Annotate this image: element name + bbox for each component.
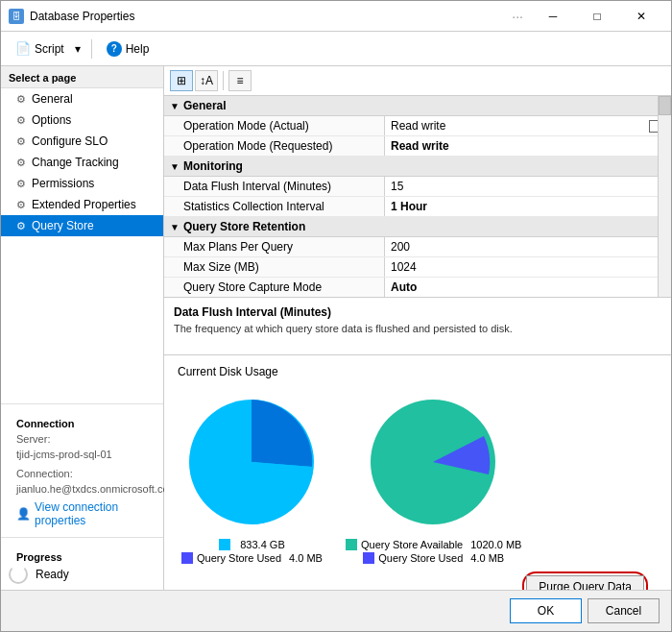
ok-button[interactable]: OK — [510, 598, 582, 623]
sidebar-item-query-store[interactable]: ⚙ Query Store — [1, 215, 163, 236]
disk-usage-section: Current Disk Usage — [164, 355, 671, 590]
prop-value-max-size: 1024 — [385, 257, 671, 277]
connection-header: Connection — [9, 410, 156, 431]
pie-chart-1 — [178, 388, 326, 537]
server-value: tjid-jcms-prod-sql-01 — [9, 447, 156, 462]
general-icon: ⚙ — [16, 93, 26, 106]
prop-name-capture-mode: Query Store Capture Mode — [164, 278, 385, 297]
prop-value-capture-mode: Auto — [385, 278, 671, 297]
sidebar-item-label-general: General — [32, 92, 73, 106]
category-view-button[interactable]: ⊞ — [170, 70, 193, 91]
table-row: Max Plans Per Query 200 — [164, 237, 671, 257]
description-box: Data Flush Interval (Minutes) The freque… — [164, 298, 671, 355]
category-icon: ⊞ — [177, 74, 186, 87]
chart2-legend-used: Query Store Used 4.0 MB — [363, 552, 504, 564]
sidebar-item-label-change-tracking: Change Tracking — [32, 156, 119, 169]
chart1-used-value: 4.0 MB — [289, 552, 323, 564]
connection-link-icon: 👤 — [16, 507, 31, 521]
window-title: Database Properties — [30, 10, 512, 23]
cancel-button[interactable]: Cancel — [588, 598, 660, 623]
sidebar-item-label-extended-properties: Extended Properties — [32, 198, 136, 211]
progress-section: Progress Ready — [1, 537, 163, 590]
prop-value-operation-actual: Read write — [385, 116, 671, 135]
main-toolbar: 📄 Script ▾ ? Help — [1, 32, 671, 66]
monitoring-section-label: Monitoring — [183, 159, 243, 173]
chart2-available-label: Query Store Available — [361, 539, 463, 550]
sidebar-item-permissions[interactable]: ⚙ Permissions — [1, 173, 163, 194]
extended-props-icon: ⚙ — [16, 199, 26, 211]
prop-value-flush-interval: 15 — [385, 177, 671, 196]
sort-icon: ↕A — [200, 74, 213, 87]
sidebar: Select a page ⚙ General ⚙ Options ⚙ Conf… — [1, 66, 164, 590]
help-button[interactable]: ? Help — [98, 36, 158, 61]
retention-section-header[interactable]: ▼ Query Store Retention — [164, 217, 671, 237]
prop-toolbar-sep — [223, 71, 224, 90]
purge-query-data-button[interactable]: Purge Query Data — [526, 575, 644, 590]
chart2-used-value: 4.0 MB — [470, 552, 504, 564]
general-section-header[interactable]: ▼ General — [164, 96, 671, 116]
configure-slo-icon: ⚙ — [16, 135, 26, 148]
sidebar-item-label-query-store: Query Store — [32, 219, 94, 232]
chart1-used-color — [181, 552, 193, 564]
options-icon: ⚙ — [16, 114, 26, 127]
right-panel: ⊞ ↕A ≡ ▼ General Operation Mode (Actua — [164, 66, 671, 590]
script-arrow-button[interactable]: ▾ — [71, 37, 85, 61]
prop-value-operation-requested: Read write — [385, 136, 671, 156]
main-content: Select a page ⚙ General ⚙ Options ⚙ Conf… — [1, 66, 671, 590]
disk-usage-title: Current Disk Usage — [178, 365, 658, 378]
scroll-thumb[interactable] — [659, 96, 671, 115]
prop-value-stats-interval: 1 Hour — [385, 197, 671, 216]
prop-name-stats-interval: Statistics Collection Interval — [164, 197, 385, 216]
prop-name-operation-actual: Operation Mode (Actual) — [164, 116, 385, 135]
general-collapse-icon: ▼ — [170, 101, 180, 111]
monitoring-section-header[interactable]: ▼ Monitoring — [164, 157, 671, 177]
script-dropdown: 📄 Script ▾ — [9, 36, 85, 61]
purge-btn-highlight: Purge Query Data — [522, 571, 648, 590]
sidebar-item-configure-slo[interactable]: ⚙ Configure SLO — [1, 131, 163, 152]
list-view-button[interactable]: ≡ — [228, 70, 252, 91]
help-label: Help — [126, 42, 150, 56]
chart1: 833.4 GB Query Store Used 4.0 MB — [178, 388, 326, 564]
table-row: Operation Mode (Actual) Read write — [164, 116, 671, 136]
app-icon: 🗄 — [9, 9, 24, 24]
prop-name-flush-interval: Data Flush Interval (Minutes) — [164, 177, 385, 196]
description-title: Data Flush Interval (Minutes) — [174, 305, 661, 319]
close-button[interactable]: ✕ — [619, 1, 663, 32]
sidebar-item-extended-properties[interactable]: ⚙ Extended Properties — [1, 194, 163, 215]
table-row: Max Size (MB) 1024 — [164, 257, 671, 278]
chart2-available-color — [346, 539, 357, 550]
sidebar-item-general[interactable]: ⚙ General — [1, 88, 163, 109]
chart1-size: 833.4 GB — [240, 539, 284, 550]
connection-value: jianluo.he@txdcs.onmicrosoft.com — [9, 481, 156, 497]
sort-button[interactable]: ↕A — [195, 70, 218, 91]
connection-label: Connection: — [9, 466, 156, 481]
charts-container: 833.4 GB Query Store Used 4.0 MB — [178, 388, 658, 564]
view-connection-properties-link[interactable]: 👤 View connection properties — [9, 497, 156, 531]
chart2-used-color — [363, 552, 374, 564]
purge-btn-area: Purge Query Data — [178, 571, 658, 590]
maximize-button[interactable]: □ — [575, 1, 619, 32]
sidebar-item-options[interactable]: ⚙ Options — [1, 109, 163, 131]
sidebar-item-label-configure-slo: Configure SLO — [32, 134, 108, 148]
general-section-label: General — [183, 99, 227, 112]
chart2-available-value: 1020.0 MB — [470, 539, 521, 550]
server-label: Server: — [9, 431, 156, 447]
chart1-legend-available: 833.4 GB — [219, 539, 284, 550]
view-properties-label: View connection properties — [35, 500, 148, 527]
sidebar-item-change-tracking[interactable]: ⚙ Change Tracking — [1, 152, 163, 173]
permissions-icon: ⚙ — [16, 178, 26, 190]
chart1-available-color — [219, 539, 230, 550]
chart2-legend-available: Query Store Available 1020.0 MB — [346, 539, 521, 550]
footer: OK Cancel — [1, 590, 671, 631]
chart2: Query Store Available 1020.0 MB Query St… — [346, 388, 521, 564]
properties-grid[interactable]: ▼ General Operation Mode (Actual) Read w… — [164, 96, 671, 298]
description-text: The frequency at which query store data … — [174, 323, 661, 334]
sidebar-item-label-permissions: Permissions — [32, 177, 94, 190]
change-tracking-icon: ⚙ — [16, 157, 26, 169]
script-icon: 📄 — [15, 41, 31, 56]
script-button[interactable]: 📄 Script — [9, 36, 71, 61]
help-icon: ? — [107, 41, 122, 57]
title-bar-menu[interactable]: ··· — [512, 9, 523, 24]
minimize-button[interactable]: ─ — [531, 1, 575, 32]
scrollbar[interactable] — [658, 96, 671, 297]
